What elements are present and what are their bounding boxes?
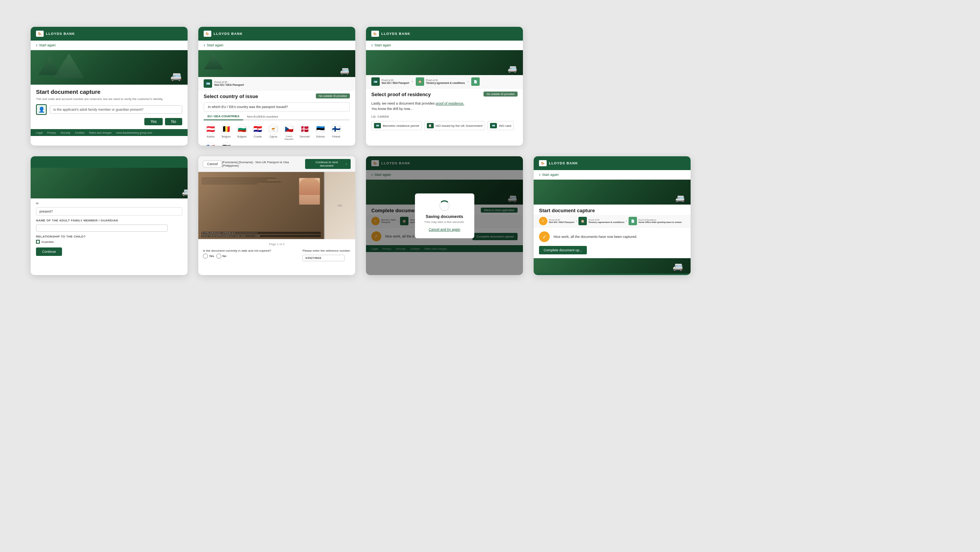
flag-belgium[interactable]: 🇧🇪Belgium xyxy=(219,124,233,141)
ino-option[interactable]: 🪪 INO card xyxy=(487,121,514,130)
step-tenancy-label: Proof of ID Tenancy agreement & conditio… xyxy=(426,79,465,84)
expiry-group: Is the document currently in date and no… xyxy=(203,249,295,259)
guardian-radio: Guardian xyxy=(36,240,182,244)
eu-tab-active[interactable]: EU / EEA COUNTRIES xyxy=(204,113,243,120)
card4-header xyxy=(31,156,188,168)
flag-finland[interactable]: 🇫🇮Finland xyxy=(329,124,343,141)
final-btn-area: Complete document up... xyxy=(534,246,691,258)
yes-no-buttons: Yes No xyxy=(36,118,182,125)
country-title-area: Select country of issue No suitable ID p… xyxy=(198,90,355,101)
back-nav-card2[interactable]: Start again xyxy=(198,41,355,50)
to-label: to xyxy=(36,201,182,205)
mrz-line-2: XX527494332PHL8408107F1501135<<<<<<<008 xyxy=(201,235,321,237)
modal-cancel[interactable]: Cancel and try again xyxy=(423,228,467,231)
passport-form-fields: Is the document currently in date and no… xyxy=(203,249,351,261)
radio-guardian[interactable] xyxy=(36,240,40,244)
card2-hero: 🚐 xyxy=(198,50,355,77)
no-radio[interactable] xyxy=(216,254,221,259)
noneu-tab[interactable]: Non-EU/EEA countries xyxy=(243,113,282,120)
no-id-badge-3[interactable]: No suitable ID provided xyxy=(483,92,518,97)
no-button[interactable]: No xyxy=(165,118,182,125)
yes-button[interactable]: Yes xyxy=(144,118,163,125)
yes-radio[interactable] xyxy=(203,254,208,259)
step-id-icon: 🪪 xyxy=(371,77,380,86)
biometric-option[interactable]: 🪪 Biometric residence permit xyxy=(371,121,422,130)
card4-hero: 🚐 xyxy=(31,168,188,198)
no-id-badge[interactable]: No suitable ID provided xyxy=(316,93,350,98)
passport-title: [Forename] [Surname] - Non-UK Passport &… xyxy=(222,161,305,167)
final-complete-btn[interactable]: Complete document up... xyxy=(539,246,587,254)
passport-form-area: Page 1 of 2 Is the document currently in… xyxy=(198,239,355,264)
flag-austria[interactable]: 🇦🇹Austria xyxy=(204,124,217,141)
card1-desc: The sort code and account number are res… xyxy=(36,97,182,101)
continue-next-btn[interactable]: Continue to next document › xyxy=(305,159,351,169)
passport-text-area xyxy=(201,178,295,185)
flag-cyprus[interactable]: 🇨🇾Cyprus xyxy=(266,124,280,141)
flag-denmark[interactable]: 🇩🇰Denmark xyxy=(298,124,312,141)
face-shape xyxy=(299,178,320,195)
flag-bulgaria[interactable]: 🇧🇬Bulgaria xyxy=(235,124,249,141)
yes-radio-option[interactable]: Yes xyxy=(203,254,214,259)
bank-name-7: LLOYDS BANK xyxy=(549,161,578,165)
step-id-label: Proof of ID Non EU / EEA Passport xyxy=(382,79,409,84)
mrz-line-1: P<PHLDRAGAS<<FRANCES<<<<<<<<<<<<<<< xyxy=(201,232,321,234)
mountain-icon-2 xyxy=(54,53,84,78)
card-final-capture: 🐎 LLOYDS BANK Start again 🚐 Start docume… xyxy=(534,156,691,275)
progress-steps-card3: 🪪 Proof of ID Non EU / EEA Passport › 🏠 … xyxy=(366,75,523,88)
cancel-button[interactable]: Cancel xyxy=(203,161,222,167)
id-card-options: 🪪 Biometric residence permit 📋 ISO issue… xyxy=(366,120,523,132)
card7-hero: 🚐 xyxy=(534,180,691,205)
question-text: present? xyxy=(36,207,182,216)
step7-label1: Proof of ID Non EU / EEA Passport xyxy=(549,219,574,223)
continue-button[interactable]: Continue xyxy=(36,247,62,256)
flag-czech[interactable]: 🇨🇿Czech Republic xyxy=(282,124,296,141)
residency-link[interactable]: proof of residence. xyxy=(436,102,464,105)
step-arrow-2: › xyxy=(467,80,469,84)
name-input[interactable] xyxy=(36,224,168,232)
card-doc-upload: 🐎 LLOYDS BANK Start again 🚐 Complete doc… xyxy=(366,156,523,275)
flag-germany[interactable]: 🇩🇪Germany xyxy=(219,143,233,146)
card7-title: Start document capture xyxy=(539,208,685,213)
residency-text: Lastly, we need a document that provides… xyxy=(366,99,523,114)
card-select-country: 🐎 LLOYDS BANK Start again 🚐 🪪 Proof of I… xyxy=(198,27,355,146)
back-nav-card7[interactable]: Start again xyxy=(534,170,691,180)
mrz-lines: P<PHLDRAGAS<<FRANCES<<<<<<<<<<<<<<< XX52… xyxy=(201,232,321,237)
text-line-3 xyxy=(201,182,281,182)
bus-icon: 🚐 xyxy=(170,71,182,82)
ref-input[interactable] xyxy=(302,255,345,261)
relationship-label: RELATIONSHIP TO THE CHILD? xyxy=(36,235,182,238)
bank-name-2: LLOYDS BANK xyxy=(214,32,243,36)
no-radio-option[interactable]: No xyxy=(216,254,226,259)
flag-estonia[interactable]: 🇪🇪Estonia xyxy=(314,124,327,141)
ref-label: Please enter the reference number: xyxy=(302,249,351,252)
step-residency-icon: 📄 xyxy=(471,77,480,86)
eu-tabs: EU / EEA COUNTRIES Non-EU/EEA countries xyxy=(204,113,350,120)
footer-legal: Legal xyxy=(36,131,42,134)
footer-cookies: Cookies xyxy=(75,131,84,134)
question-row: 👤 Is the applicant's adult family member… xyxy=(36,104,182,115)
final-check-text: Nice work, all the documents have now be… xyxy=(554,235,685,239)
question-field: Is the applicant's adult family member o… xyxy=(50,105,182,114)
passport-images: P<PHLDRAGAS<<FRANCES<<<<<<<<<<<<<<< XX52… xyxy=(198,172,355,239)
page-label: Page 1 of 2 xyxy=(203,242,351,246)
step7-tenancy: 🏠 xyxy=(578,217,587,225)
footer-privacy: Privacy xyxy=(47,131,56,134)
iso-option[interactable]: 📋 ISO issued by the UK Government xyxy=(424,121,485,130)
card-residency: 🐎 LLOYDS BANK Start again 🚐 🪪 Proof of I… xyxy=(366,27,523,146)
bank-name-3: LLOYDS BANK xyxy=(381,32,410,36)
card4-content: to present? NAME OF THE ADULT FAMILY MEM… xyxy=(31,198,188,259)
iso-icon: 📋 xyxy=(427,123,434,128)
step7-label2: Proof of ID Tenancy agreement & conditio… xyxy=(588,219,624,223)
back-nav-card3[interactable]: Start again xyxy=(366,41,523,50)
progress-steps-card2: 🪪 Proof of ID Non EU / EEA Passport xyxy=(198,77,355,90)
card1-footer: Legal Privacy Security Cookies Rates and… xyxy=(31,129,188,136)
step7-check1: ✓ xyxy=(539,217,547,225)
hero-bg-card1: 🚐 xyxy=(31,50,188,85)
back-nav-card1[interactable]: Start again xyxy=(31,41,188,50)
bus-icon-7b: 🚐 xyxy=(673,262,683,272)
flag-france[interactable]: 🇫🇷France xyxy=(204,143,217,146)
lloyds-logo-icon-2: 🐎 xyxy=(204,31,211,37)
card-start-capture: 🐎 LLOYDS BANK Start again 🚐 Start docume… xyxy=(31,27,188,146)
bus-icon-7: 🚐 xyxy=(675,193,685,203)
flag-croatia[interactable]: 🇭🇷Croatia xyxy=(251,124,265,141)
